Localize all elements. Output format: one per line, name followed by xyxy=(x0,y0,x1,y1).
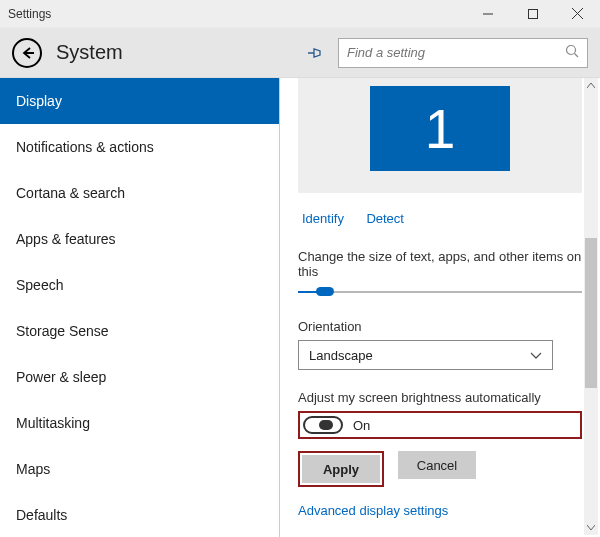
svg-rect-1 xyxy=(528,9,537,18)
slider-track-line xyxy=(298,291,582,293)
svg-point-4 xyxy=(567,45,576,54)
sidebar-item-power[interactable]: Power & sleep xyxy=(0,354,279,400)
sidebar-item-storage[interactable]: Storage Sense xyxy=(0,308,279,354)
sidebar-item-label: Cortana & search xyxy=(16,185,125,201)
detect-link[interactable]: Detect xyxy=(366,211,404,226)
sidebar-item-defaults[interactable]: Defaults xyxy=(0,492,279,537)
monitor-number: 1 xyxy=(425,97,456,161)
toggle-knob xyxy=(319,420,333,430)
brightness-label: Adjust my screen brightness automaticall… xyxy=(298,390,582,405)
sidebar-item-label: Notifications & actions xyxy=(16,139,154,155)
header: System xyxy=(0,28,600,78)
sidebar-item-apps[interactable]: Apps & features xyxy=(0,216,279,262)
svg-line-5 xyxy=(575,53,579,57)
sidebar-item-notifications[interactable]: Notifications & actions xyxy=(0,124,279,170)
search-input[interactable] xyxy=(347,45,565,60)
orientation-label: Orientation xyxy=(298,319,582,334)
sidebar-item-label: Storage Sense xyxy=(16,323,109,339)
sidebar-item-label: Multitasking xyxy=(16,415,90,431)
scroll-thumb[interactable] xyxy=(585,238,597,388)
minimize-button[interactable] xyxy=(465,0,510,27)
back-button[interactable] xyxy=(12,38,42,68)
scale-label: Change the size of text, apps, and other… xyxy=(298,249,582,279)
scale-slider[interactable] xyxy=(298,285,582,299)
sidebar-item-label: Display xyxy=(16,93,62,109)
window-title: Settings xyxy=(8,7,51,21)
monitor-thumbnail[interactable]: 1 xyxy=(370,86,510,171)
apply-highlight: Apply xyxy=(298,451,384,487)
page-title: System xyxy=(56,41,123,64)
close-button[interactable] xyxy=(555,0,600,27)
toggle-state-label: On xyxy=(353,418,370,433)
sidebar-item-label: Apps & features xyxy=(16,231,116,247)
advanced-settings-link[interactable]: Advanced display settings xyxy=(298,503,582,518)
sidebar-item-display[interactable]: Display xyxy=(0,78,279,124)
sidebar-item-label: Speech xyxy=(16,277,63,293)
brightness-toggle-highlight: On xyxy=(298,411,582,439)
orientation-value: Landscape xyxy=(309,348,373,363)
search-icon xyxy=(565,44,579,62)
main: Display Notifications & actions Cortana … xyxy=(0,78,600,537)
back-arrow-icon xyxy=(20,46,34,60)
content: 1 Identify Detect Change the size of tex… xyxy=(280,78,600,537)
window-controls xyxy=(465,0,600,27)
vertical-scrollbar[interactable] xyxy=(584,78,598,535)
scroll-down-icon[interactable] xyxy=(584,521,598,535)
sidebar-item-speech[interactable]: Speech xyxy=(0,262,279,308)
scroll-up-icon[interactable] xyxy=(584,78,598,92)
sidebar-item-label: Power & sleep xyxy=(16,369,106,385)
chevron-down-icon xyxy=(530,348,542,363)
pin-button[interactable] xyxy=(300,39,328,67)
title-bar: Settings xyxy=(0,0,600,28)
maximize-button[interactable] xyxy=(510,0,555,27)
slider-thumb[interactable] xyxy=(316,287,334,296)
sidebar-item-maps[interactable]: Maps xyxy=(0,446,279,492)
sidebar-item-multitasking[interactable]: Multitasking xyxy=(0,400,279,446)
apply-button[interactable]: Apply xyxy=(302,455,380,483)
search-box[interactable] xyxy=(338,38,588,68)
sidebar-item-label: Defaults xyxy=(16,507,67,523)
cancel-button[interactable]: Cancel xyxy=(398,451,476,479)
display-preview: 1 xyxy=(298,78,582,193)
sidebar-item-cortana[interactable]: Cortana & search xyxy=(0,170,279,216)
sidebar: Display Notifications & actions Cortana … xyxy=(0,78,280,537)
sidebar-item-label: Maps xyxy=(16,461,50,477)
identify-link[interactable]: Identify xyxy=(302,211,344,226)
detect-row: Identify Detect xyxy=(302,209,582,227)
brightness-toggle[interactable] xyxy=(303,416,343,434)
orientation-select[interactable]: Landscape xyxy=(298,340,553,370)
pin-icon xyxy=(306,45,322,61)
button-row: Apply Cancel xyxy=(298,451,582,487)
